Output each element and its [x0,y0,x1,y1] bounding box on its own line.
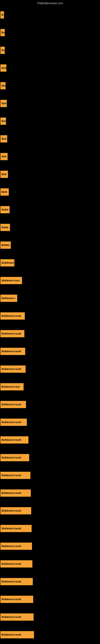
bar-label: Bottleneck result [0,490,31,497]
bar-label: Bottleneck result [0,401,26,408]
bar-label: Bottl [0,188,9,196]
bar-row: Bottl [0,183,100,201]
bar-row: Bott [0,59,100,77]
bar-row: Bott [0,94,100,112]
bar-row: Bo [0,42,100,59]
bar-row: B [0,6,100,24]
bar-label: Bottlen [0,242,11,249]
bar-row: Bottlen [0,236,100,254]
bar-label: Bottleneck result [0,578,33,585]
bar-label: Bo [0,29,5,36]
bar-row: Bottleneck result [0,325,100,342]
bar-label: Bott [0,135,7,142]
bar-label: Bottleneck result [0,454,29,461]
bar-label: Bottleneck [0,259,14,266]
bar-label: Bottleneck result [0,614,34,621]
bar-label: Bottleneck resu [0,277,22,284]
bar-label: Bott [0,100,7,107]
bar-row: Bottleneck result [0,342,100,360]
bar-row: Bottleneck result [0,466,100,484]
bar-row: Bottleneck result [0,449,100,466]
bar-label: Bott [0,153,8,160]
bar-label: Bottleneck result [0,631,34,638]
bar-row: Bottleneck result [0,431,100,449]
bar-row: Bottleneck result [0,555,100,573]
bar-row: Bottleneck result [0,608,100,626]
bar-row: Bottleneck result [0,590,100,608]
bar-label: Bottleneck result [0,312,25,320]
bar-label: Bottleneck result [0,436,28,444]
bar-row: Bottleneck result [0,484,100,502]
bar-label: Bottleneck result [0,472,30,479]
bar-row: Bottleneck result [0,537,100,555]
bar-row: Bot [0,77,100,94]
bar-label: Bottleneck result [0,542,32,550]
bar-row: Bottleneck [0,254,100,272]
bar-label: Bottleneck r [0,295,17,302]
bar-row: Bott [0,148,100,166]
bar-row: Bottleneck result [0,520,100,537]
bar-row: Bottle [0,201,100,218]
bar-label: Bottle [0,224,10,231]
bars-container: BBoBoBottBotBottBotBottBottBottBottlBott… [0,6,100,644]
bar-label: Bott [0,64,6,72]
bar-label: Bottleneck result [0,596,33,603]
bar-row: Bottleneck r [0,290,100,307]
bar-label: Bot [0,82,6,89]
bar-row: Bottle [0,218,100,236]
bar-row: Bo [0,24,100,42]
bar-label: Bottleneck result [0,330,24,337]
bar-row: Bott [0,130,100,148]
bar-label: Bott [0,171,8,178]
bar-label: Bot [0,118,6,125]
bar-row: Bottleneck result [0,307,100,325]
bar-row: Bottleneck result [0,573,100,590]
bar-row: Bottleneck result [0,360,100,378]
bar-row: Bottleneck result [0,413,100,431]
bar-label: B [0,11,4,18]
site-title: TheBottlenecker.com [0,0,100,6]
bar-row: Bott [0,166,100,183]
bar-label: Bottleneck result [0,560,32,568]
bar-label: Bottleneck result [0,348,25,355]
bar-label: Bottleneck result [0,507,31,514]
bar-row: Bot [0,112,100,130]
bar-label: Bottleneck resu [0,383,24,390]
bar-row: Bottleneck resu [0,272,100,290]
bar-label: Bottleneck result [0,418,27,426]
bar-row: Bottleneck result [0,626,100,644]
bar-label: Bottleneck result [0,366,26,373]
bar-label: Bottle [0,206,10,213]
bar-row: Bottleneck result [0,502,100,520]
bar-row: Bottleneck resu [0,378,100,396]
bar-label: Bo [0,47,5,54]
bar-row: Bottleneck result [0,396,100,413]
bar-label: Bottleneck result [0,525,32,532]
